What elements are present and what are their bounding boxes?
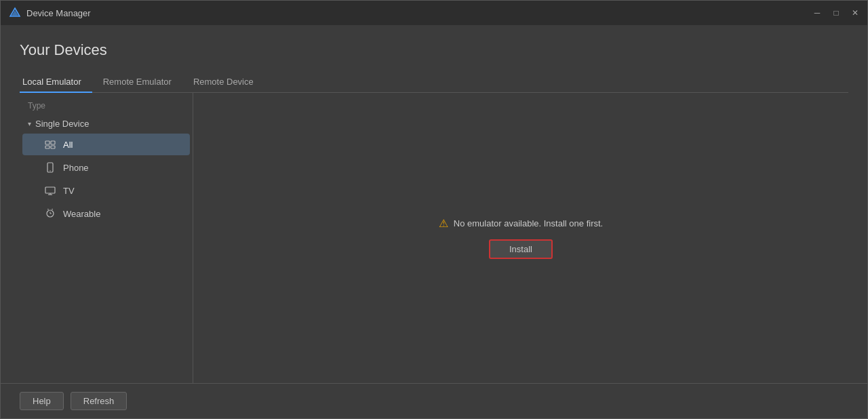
sidebar-item-wearable[interactable]: Wearable — [22, 203, 190, 224]
warning-icon: ⚠ — [439, 217, 448, 230]
main-panel: ⚠ No emulator available. Install one fir… — [193, 93, 848, 383]
sidebar: Type ▾ Single Device All — [20, 93, 193, 383]
maximize-button[interactable]: □ — [832, 9, 840, 17]
install-button[interactable]: Install — [489, 239, 553, 259]
svg-rect-1 — [51, 141, 55, 144]
sidebar-type-label: Type — [20, 96, 193, 115]
app-logo-icon — [9, 7, 21, 19]
sidebar-item-all-label: All — [63, 140, 73, 150]
svg-rect-6 — [45, 187, 55, 193]
all-devices-icon — [44, 138, 56, 151]
minimize-button[interactable]: ─ — [813, 9, 821, 17]
sidebar-item-wearable-label: Wearable — [63, 209, 100, 219]
footer: Help Refresh — [1, 383, 867, 418]
main-content: Your Devices Local Emulator Remote Emula… — [1, 25, 867, 383]
title-bar: Device Manager ─ □ ✕ — [1, 1, 867, 25]
title-bar-controls: ─ □ ✕ — [813, 9, 859, 17]
sidebar-item-tv-label: TV — [63, 186, 75, 196]
app-window: Device Manager ─ □ ✕ Your Devices Local … — [0, 0, 868, 419]
sidebar-item-phone-label: Phone — [63, 163, 89, 173]
warning-message: ⚠ No emulator available. Install one fir… — [439, 217, 603, 230]
phone-icon — [44, 161, 56, 174]
no-emulator-text: No emulator available. Install one first… — [454, 218, 603, 228]
sidebar-item-all[interactable]: All — [22, 134, 190, 155]
tab-bar: Local Emulator Remote Emulator Remote De… — [20, 73, 848, 93]
tab-local-emulator[interactable]: Local Emulator — [20, 73, 92, 92]
refresh-button[interactable]: Refresh — [71, 392, 127, 410]
close-button[interactable]: ✕ — [851, 9, 859, 17]
tab-remote-emulator[interactable]: Remote Emulator — [100, 73, 182, 92]
tv-icon — [44, 184, 56, 197]
help-button[interactable]: Help — [20, 392, 64, 410]
svg-rect-3 — [51, 146, 55, 148]
svg-rect-0 — [45, 141, 50, 144]
svg-point-5 — [50, 170, 50, 171]
svg-line-10 — [48, 209, 49, 210]
svg-line-11 — [52, 209, 53, 210]
no-emulator-area: ⚠ No emulator available. Install one fir… — [439, 217, 603, 259]
sidebar-section-header[interactable]: ▾ Single Device — [20, 115, 193, 133]
sidebar-section-label: Single Device — [35, 119, 90, 129]
chevron-down-icon: ▾ — [28, 120, 31, 127]
wearable-icon — [44, 207, 56, 220]
tab-remote-device[interactable]: Remote Device — [191, 73, 264, 92]
svg-rect-2 — [45, 146, 50, 148]
sidebar-item-tv[interactable]: TV — [22, 180, 190, 201]
content-area: Type ▾ Single Device All — [20, 93, 848, 383]
sidebar-item-phone[interactable]: Phone — [22, 157, 190, 178]
title-bar-title: Device Manager — [26, 8, 813, 18]
page-title: Your Devices — [20, 41, 848, 59]
